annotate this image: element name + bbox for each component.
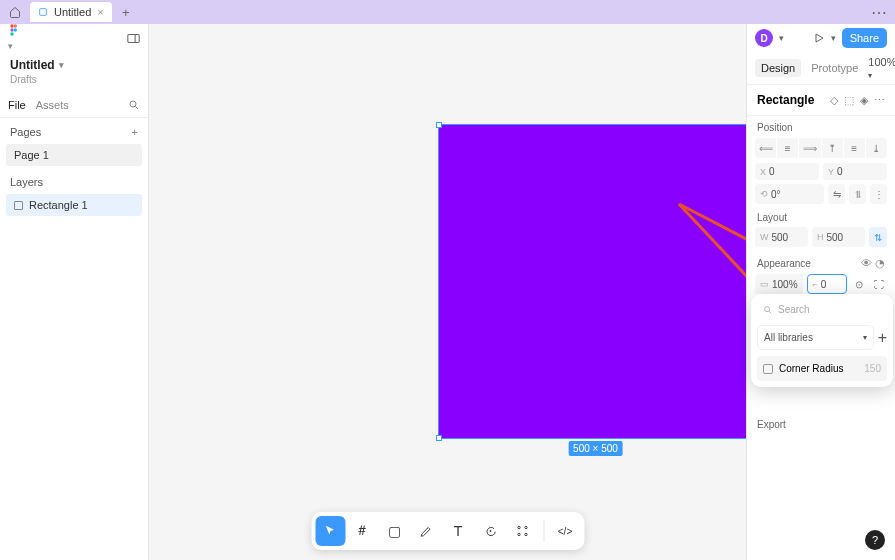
variable-value: 150: [864, 363, 881, 374]
resize-handle[interactable]: [436, 122, 442, 128]
svg-point-4: [14, 24, 17, 27]
tab-file[interactable]: File: [8, 99, 26, 111]
frame-tool[interactable]: ＃: [347, 516, 377, 546]
search-icon[interactable]: [128, 99, 140, 111]
svg-point-14: [524, 526, 526, 528]
tab-close-icon[interactable]: ×: [97, 6, 103, 18]
svg-point-18: [765, 306, 770, 311]
layer-name: Rectangle 1: [29, 199, 88, 211]
height-input[interactable]: H500: [812, 227, 865, 247]
tab-title: Untitled: [54, 6, 91, 18]
selected-shape[interactable]: 500 × 500: [438, 124, 753, 439]
team-name[interactable]: Drafts: [10, 74, 138, 85]
x-input[interactable]: X0: [755, 163, 819, 180]
svg-line-9: [136, 107, 139, 110]
svg-point-13: [517, 526, 519, 528]
bottom-toolbar: ＃ ▢ T </>: [311, 512, 584, 550]
more-icon[interactable]: ⋯: [867, 3, 891, 22]
comment-tool[interactable]: [475, 516, 505, 546]
layout-label: Layout: [747, 206, 895, 225]
rectangle-icon: [14, 201, 23, 210]
title-bar: Untitled × + ⋯: [0, 0, 895, 24]
layers-label: Layers: [10, 176, 43, 188]
svg-point-8: [130, 101, 136, 107]
share-button[interactable]: Share: [842, 28, 887, 48]
document-tab[interactable]: Untitled ×: [30, 2, 112, 22]
individual-corners-icon[interactable]: ⛶: [871, 274, 887, 294]
align-icon[interactable]: ◇: [830, 94, 838, 107]
blend-icon[interactable]: ◔: [875, 257, 885, 269]
variable-name: Corner Radius: [779, 363, 843, 374]
page-item[interactable]: Page 1: [6, 144, 142, 166]
new-tab-button[interactable]: +: [116, 5, 136, 20]
present-icon[interactable]: [813, 32, 825, 44]
align-right-icon[interactable]: ⟹: [799, 138, 821, 158]
chevron-down-icon[interactable]: ▾: [831, 33, 836, 43]
main-menu-button[interactable]: ▾: [8, 24, 20, 52]
layer-item[interactable]: Rectangle 1: [6, 194, 142, 216]
reset-icon[interactable]: ◈: [860, 94, 868, 107]
svg-point-12: [489, 530, 490, 531]
selection-name: Rectangle: [757, 93, 814, 107]
add-variable-icon[interactable]: +: [878, 329, 887, 347]
corner-radius-input[interactable]: ⌐0: [807, 274, 847, 294]
align-hcenter-icon[interactable]: ≡: [777, 138, 799, 158]
variable-item[interactable]: Corner Radius 150: [757, 356, 887, 381]
export-label[interactable]: Export: [757, 419, 786, 430]
svg-rect-0: [40, 9, 47, 16]
rotation-input[interactable]: ⟲0°: [755, 184, 824, 204]
flip-h-icon[interactable]: ⇋: [828, 184, 846, 204]
opacity-input[interactable]: ▭100%: [755, 274, 803, 294]
pen-tool[interactable]: [411, 516, 441, 546]
tab-prototype[interactable]: Prototype: [811, 62, 858, 74]
component-icon[interactable]: ⬚: [844, 94, 854, 107]
search-placeholder: Search: [778, 304, 810, 315]
add-page-icon[interactable]: +: [132, 126, 138, 138]
svg-point-3: [10, 32, 13, 35]
dev-mode-toggle[interactable]: </>: [550, 516, 580, 546]
dropdown-search[interactable]: Search: [757, 300, 887, 319]
constrain-icon[interactable]: ⇅: [869, 227, 887, 247]
align-bottom-icon[interactable]: ⤓: [866, 138, 887, 158]
svg-point-5: [14, 28, 17, 31]
svg-point-15: [517, 533, 519, 535]
svg-point-1: [10, 24, 13, 27]
move-tool[interactable]: [315, 516, 345, 546]
pages-label: Pages: [10, 126, 41, 138]
svg-rect-6: [128, 34, 139, 42]
chevron-down-icon[interactable]: ▾: [779, 33, 784, 43]
panel-toggle-icon[interactable]: [127, 33, 140, 44]
resize-handle[interactable]: [436, 435, 442, 441]
canvas[interactable]: 500 × 500 ＃ ▢ T </>: [149, 24, 746, 560]
width-input[interactable]: W500: [755, 227, 808, 247]
more-icon[interactable]: ⋯: [874, 94, 885, 107]
tab-assets[interactable]: Assets: [36, 99, 69, 111]
right-panel: D ▾ ▾ Share Design Prototype 100% ▾ Rect…: [746, 24, 895, 560]
variable-icon: [763, 364, 773, 374]
svg-point-16: [524, 533, 526, 535]
text-tool[interactable]: T: [443, 516, 473, 546]
flip-v-icon[interactable]: ⥮: [849, 184, 867, 204]
svg-line-19: [769, 311, 771, 313]
tab-design[interactable]: Design: [755, 59, 801, 77]
align-left-icon[interactable]: ⟸: [755, 138, 777, 158]
svg-point-2: [10, 28, 13, 31]
zoom-level[interactable]: 100% ▾: [868, 56, 895, 80]
actions-tool[interactable]: [507, 516, 537, 546]
align-top-icon[interactable]: ⤒: [822, 138, 844, 158]
left-panel: ▾ Untitled▾ Drafts File Assets Pages + P…: [0, 24, 149, 560]
dimension-label: 500 × 500: [568, 441, 623, 456]
align-vcenter-icon[interactable]: ≡: [844, 138, 866, 158]
shape-tool[interactable]: ▢: [379, 516, 409, 546]
svg-marker-17: [816, 34, 823, 42]
visibility-icon[interactable]: 👁: [861, 257, 872, 269]
avatar[interactable]: D: [755, 29, 773, 47]
more-transform-icon[interactable]: ⋮: [870, 184, 887, 204]
file-name[interactable]: Untitled▾: [10, 58, 138, 72]
help-button[interactable]: ?: [865, 530, 885, 550]
library-select[interactable]: All libraries▾: [757, 325, 874, 350]
home-icon[interactable]: [4, 1, 26, 23]
y-input[interactable]: Y0: [823, 163, 887, 180]
appearance-label: Appearance: [757, 258, 811, 269]
variable-icon[interactable]: ⊙: [851, 274, 867, 294]
